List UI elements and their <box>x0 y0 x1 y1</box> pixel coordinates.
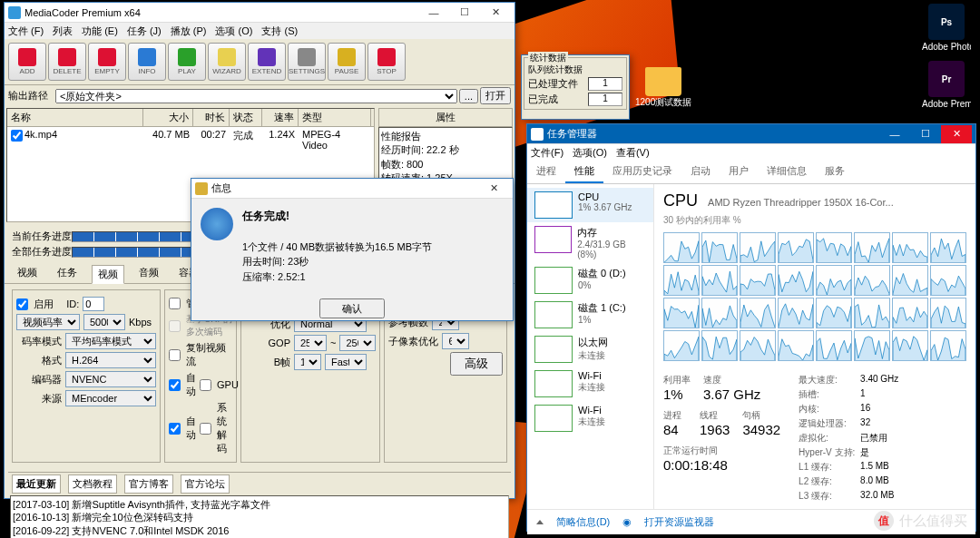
settings-tab[interactable]: 视频 <box>12 264 43 283</box>
ok-button[interactable]: 确认 <box>319 298 385 318</box>
resource-cpu[interactable]: CPU1% 3.67 GHz <box>527 188 653 222</box>
menu-item[interactable]: 支持 (S) <box>261 24 298 38</box>
menu-item[interactable]: 任务 (J) <box>127 24 162 38</box>
task-done-icon <box>201 208 233 240</box>
monitor-link[interactable]: 打开资源监视器 <box>644 515 714 529</box>
file-checkbox[interactable] <box>11 130 23 142</box>
stats-window: 统计数据 队列统计数据 已处理文件1 已完成1 <box>521 54 630 120</box>
watermark: 值 什么值得买 <box>874 511 967 531</box>
brief-link[interactable]: 简略信息(D) <box>556 515 610 529</box>
close-button[interactable]: ✕ <box>941 125 972 143</box>
chevron-up-icon <box>536 520 544 524</box>
info-dialog: 信息 ✕ 任务完成! 1个文件 / 40 MB数据被转换为16.5 MB字节 用… <box>191 178 514 321</box>
info-button[interactable]: INFO <box>128 43 166 81</box>
watermark-icon: 值 <box>874 511 894 531</box>
taskmgr-icon <box>531 128 544 141</box>
cpu-model: AMD Ryzen Threadripper 1950X 16-Cor... <box>708 197 894 208</box>
outpath-open-button[interactable]: 打开 <box>480 87 511 104</box>
folder-icon <box>645 67 681 96</box>
resource-disk1[interactable]: 磁盘 1 (C:)1% <box>527 298 653 332</box>
news-tab[interactable]: 文档教程 <box>68 474 117 494</box>
delete-button[interactable]: DELETE <box>48 43 86 81</box>
maximize-button[interactable]: ☐ <box>449 4 480 22</box>
resource-mem[interactable]: 内存2.4/31.9 GB (8%) <box>527 222 653 263</box>
tm-tab[interactable]: 性能 <box>565 161 603 183</box>
outpath-browse-button[interactable]: ... <box>459 89 478 103</box>
wizard-button[interactable]: WIZARD <box>208 43 246 81</box>
news-tab[interactable]: 官方博客 <box>124 474 173 494</box>
settings-tab[interactable]: 视频 <box>92 265 124 284</box>
tm-tab[interactable]: 详细信息 <box>758 161 816 183</box>
close-button[interactable]: ✕ <box>480 4 511 22</box>
encoder-select[interactable]: NVENC <box>65 371 156 387</box>
tm-tab[interactable]: 服务 <box>816 161 854 183</box>
extend-button[interactable]: EXTEND <box>248 43 286 81</box>
cpu-graph-grid <box>663 232 966 361</box>
resource-disk0[interactable]: 磁盘 0 (D:)0% <box>527 263 653 298</box>
tm-tab[interactable]: 启动 <box>681 161 720 183</box>
menu-item[interactable]: 查看(V) <box>616 146 650 160</box>
pause-button[interactable]: PAUSE <box>328 43 366 81</box>
desktop-icon-photoshop[interactable]: Ps Adobe Photoshop <box>922 4 971 52</box>
taskmanager-window: 任务管理器 — ☐ ✕ 文件(F)选项(O)查看(V) 进程性能应用历史记录启动… <box>526 123 976 532</box>
mediacoder-icon <box>8 6 21 19</box>
minimize-button[interactable]: — <box>418 4 449 22</box>
menu-item[interactable]: 播放 (P) <box>171 24 207 38</box>
desktop-folder[interactable]: 1200测试数据 <box>635 67 691 109</box>
advanced-button[interactable]: 高级 <box>450 352 503 376</box>
menu-item[interactable]: 选项 (O) <box>215 24 252 38</box>
id-input[interactable] <box>83 297 104 311</box>
tm-tab[interactable]: 用户 <box>720 161 758 183</box>
cpu-heading: CPU <box>663 191 698 210</box>
menu-item[interactable]: 文件(F) <box>531 146 564 160</box>
close-button[interactable]: ✕ <box>478 180 509 198</box>
maximize-button[interactable]: ☐ <box>910 125 941 143</box>
prop-header: 属性 <box>378 108 513 127</box>
rate-select[interactable]: 视频码率 <box>16 314 80 330</box>
empty-button[interactable]: EMPTY <box>88 43 126 81</box>
stop-button[interactable]: STOP <box>368 43 406 81</box>
play-button[interactable]: PLAY <box>168 43 206 81</box>
menu-item[interactable]: 文件 (F) <box>8 24 44 38</box>
resource-eth[interactable]: 以太网未连接 <box>527 332 653 367</box>
news-tab[interactable]: 最近更新 <box>12 474 61 494</box>
settings-tab[interactable]: 任务 <box>52 264 83 283</box>
menu-item[interactable]: 列表 <box>53 24 73 38</box>
window-title: MediaCoder Premium x64 <box>24 7 418 18</box>
menu-item[interactable]: 功能 (E) <box>82 24 118 38</box>
outpath-select[interactable]: <原始文件夹> <box>55 89 457 103</box>
tm-tab[interactable]: 进程 <box>527 161 565 183</box>
menu-item[interactable]: 选项(O) <box>573 146 607 160</box>
rate-value[interactable]: 5000 <box>83 314 125 330</box>
rate-mode-select[interactable]: 平均码率模式 <box>65 333 156 349</box>
resource-wifi1[interactable]: Wi-Fi未连接 <box>527 367 653 401</box>
file-row[interactable]: 4k.mp4 40.7 MB 00:27 完成 1.24X MPEG-4 Vid… <box>7 127 374 152</box>
outpath-label: 输出路径 <box>8 89 54 103</box>
minimize-button[interactable]: — <box>879 125 910 143</box>
enable-checkbox[interactable] <box>16 298 28 310</box>
add-button[interactable]: ADD <box>8 43 46 81</box>
settings-button[interactable]: SETTINGS <box>288 43 326 81</box>
format-select[interactable]: H.264 <box>65 352 156 368</box>
source-select[interactable]: MEncoder <box>65 390 156 406</box>
news-tab[interactable]: 官方论坛 <box>181 474 230 494</box>
settings-tab[interactable]: 音频 <box>133 264 164 283</box>
dialog-heading: 任务完成! <box>242 210 289 222</box>
desktop-icon-premiere[interactable]: Pr Adobe Premiere <box>922 61 971 109</box>
resource-wifi2[interactable]: Wi-Fi未连接 <box>527 401 653 435</box>
info-icon <box>195 182 208 195</box>
tm-tab[interactable]: 应用历史记录 <box>603 161 681 183</box>
